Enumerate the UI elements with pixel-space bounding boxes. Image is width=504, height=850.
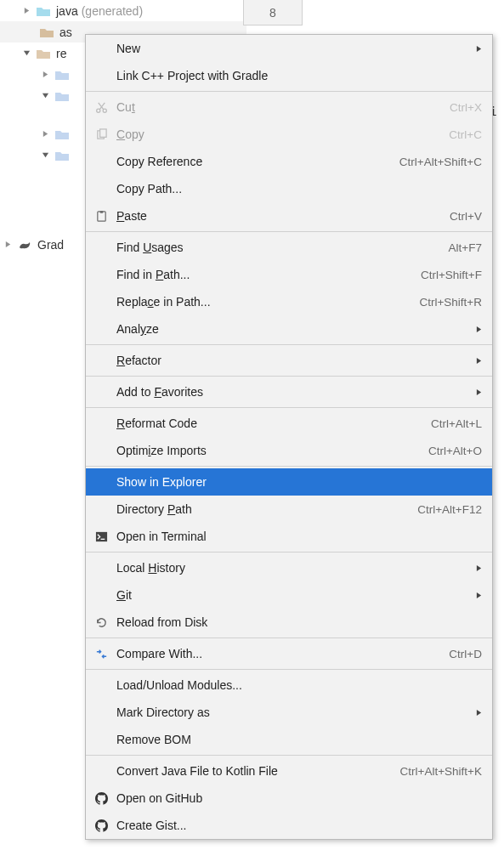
menu-item-shortcut: Ctrl+D <box>449 648 482 660</box>
menu-item-analyze[interactable]: Analyze <box>86 315 492 343</box>
menu-item-find-usages[interactable]: Find UsagesAlt+F7 <box>86 234 492 261</box>
menu-item-label: Reload from Disk <box>116 615 482 629</box>
menu-item-new[interactable]: New <box>86 35 492 62</box>
menu-item-shortcut: Ctrl+Shift+R <box>419 296 482 309</box>
menu-item-open-on-github[interactable]: Open on GitHub <box>86 785 492 812</box>
menu-item-git[interactable]: Git <box>86 581 492 609</box>
menu-item-convert-java-file-to-kotlin-file[interactable]: Convert Java File to Kotlin FileCtrl+Alt… <box>86 757 492 785</box>
tree-suffix: (generated) <box>82 4 143 18</box>
menu-item-copy-reference[interactable]: Copy ReferenceCtrl+Alt+Shift+C <box>86 148 492 175</box>
menu-item-shortcut: Ctrl+Alt+Shift+K <box>400 765 482 778</box>
menu-item-cut: CutCtrl+X <box>86 94 492 121</box>
menu-item-copy-path[interactable]: Copy Path... <box>86 175 492 202</box>
menu-separator <box>86 344 492 345</box>
chevron-right-icon <box>2 239 14 251</box>
chevron-right-icon <box>39 128 51 140</box>
menu-item-add-to-favorites[interactable]: Add to Favorites <box>86 378 492 405</box>
submenu-arrow-icon <box>472 561 482 575</box>
folder-icon <box>54 150 70 162</box>
submenu-arrow-icon <box>472 322 482 336</box>
menu-item-label: Link C++ Project with Gradle <box>116 69 482 82</box>
menu-item-remove-bom[interactable]: Remove BOM <box>86 726 492 753</box>
menu-item-shortcut: Ctrl+V <box>450 210 482 223</box>
menu-item-create-gist[interactable]: Create Gist... <box>86 812 492 839</box>
copy-icon <box>93 128 110 141</box>
github-icon <box>93 792 110 805</box>
menu-separator <box>86 552 492 552</box>
submenu-arrow-icon <box>472 42 482 55</box>
menu-item-label: Replace in Path... <box>116 295 419 309</box>
tree-item-java[interactable]: java (generated) <box>0 0 246 21</box>
menu-item-refactor[interactable]: Refactor <box>86 347 492 374</box>
chevron-down-icon <box>39 90 51 102</box>
menu-separator <box>86 755 492 756</box>
menu-item-label: Analyze <box>116 322 472 336</box>
chevron-down-icon <box>39 150 51 162</box>
gradle-icon <box>17 239 32 251</box>
menu-item-directory-path[interactable]: Directory PathCtrl+Alt+F12 <box>86 496 492 523</box>
svg-rect-6 <box>95 531 106 541</box>
menu-item-label: Add to Favorites <box>116 385 472 399</box>
menu-item-mark-directory-as[interactable]: Mark Directory as <box>86 699 492 726</box>
menu-separator <box>86 466 492 467</box>
menu-item-label: Remove BOM <box>116 733 482 746</box>
menu-item-show-in-explorer[interactable]: Show in Explorer <box>86 468 492 496</box>
menu-item-reformat-code[interactable]: Reformat CodeCtrl+Alt+L <box>86 410 492 437</box>
menu-item-replace-in-path[interactable]: Replace in Path...Ctrl+Shift+R <box>86 288 492 315</box>
menu-item-label: Load/Unload Modules... <box>116 678 482 692</box>
folder-icon <box>54 128 70 140</box>
menu-item-link-c-project-with-gradle[interactable]: Link C++ Project with Gradle <box>86 62 492 89</box>
svg-rect-3 <box>99 128 106 136</box>
menu-item-compare-with[interactable]: Compare With...Ctrl+D <box>86 640 492 667</box>
folder-icon <box>54 69 70 81</box>
menu-item-label: Create Gist... <box>116 819 482 832</box>
tree-label: java <box>56 4 78 18</box>
github-icon <box>93 819 110 832</box>
menu-item-load-unload-modules[interactable]: Load/Unload Modules... <box>86 672 492 699</box>
tab-number[interactable]: 8 <box>243 0 303 26</box>
menu-item-label: Paste <box>116 209 450 223</box>
menu-item-copy: CopyCtrl+C <box>86 121 492 148</box>
menu-item-reload-from-disk[interactable]: Reload from Disk <box>86 609 492 636</box>
tree-label: re <box>56 47 66 60</box>
menu-item-open-in-terminal[interactable]: Open in Terminal <box>86 523 492 550</box>
menu-item-label: Git <box>116 588 472 602</box>
menu-item-find-in-path[interactable]: Find in Path...Ctrl+Shift+F <box>86 261 492 288</box>
menu-separator <box>86 407 492 408</box>
menu-item-label: Copy Path... <box>116 182 482 196</box>
menu-item-label: Convert Java File to Kotlin File <box>116 764 400 778</box>
menu-item-label: Show in Explorer <box>116 475 482 489</box>
menu-separator <box>86 638 492 638</box>
tree-label: as <box>59 26 72 39</box>
svg-rect-5 <box>99 210 103 212</box>
submenu-arrow-icon <box>472 385 482 399</box>
menu-item-label: Mark Directory as <box>116 706 472 719</box>
menu-item-shortcut: Ctrl+Shift+F <box>421 269 482 281</box>
menu-separator <box>86 231 492 232</box>
chevron-down-icon <box>20 48 32 60</box>
menu-item-label: Open on GitHub <box>116 791 482 805</box>
menu-item-shortcut: Ctrl+C <box>449 128 482 141</box>
menu-item-shortcut: Ctrl+Alt+Shift+C <box>399 156 482 168</box>
menu-item-label: Copy <box>116 128 449 141</box>
menu-item-label: Open in Terminal <box>116 530 482 543</box>
submenu-arrow-icon <box>472 706 482 719</box>
menu-item-shortcut: Ctrl+X <box>450 101 482 114</box>
menu-item-paste[interactable]: PasteCtrl+V <box>86 202 492 230</box>
compare-icon <box>93 648 110 660</box>
menu-item-label: New <box>116 42 472 55</box>
submenu-arrow-icon <box>472 588 482 602</box>
menu-item-optimize-imports[interactable]: Optimize ImportsCtrl+Alt+O <box>86 437 492 464</box>
paste-icon <box>93 210 110 223</box>
menu-item-label: Refactor <box>116 354 472 367</box>
folder-icon <box>54 90 70 102</box>
menu-item-label: Find in Path... <box>116 268 421 281</box>
submenu-arrow-icon <box>472 354 482 367</box>
menu-item-shortcut: Alt+F7 <box>449 241 482 254</box>
menu-item-local-history[interactable]: Local History <box>86 554 492 581</box>
chevron-right-icon <box>39 69 51 81</box>
tree-label: Grad <box>37 238 64 252</box>
menu-item-label: Reformat Code <box>116 416 431 430</box>
menu-separator <box>86 669 492 670</box>
menu-item-shortcut: Ctrl+Alt+L <box>431 417 482 430</box>
